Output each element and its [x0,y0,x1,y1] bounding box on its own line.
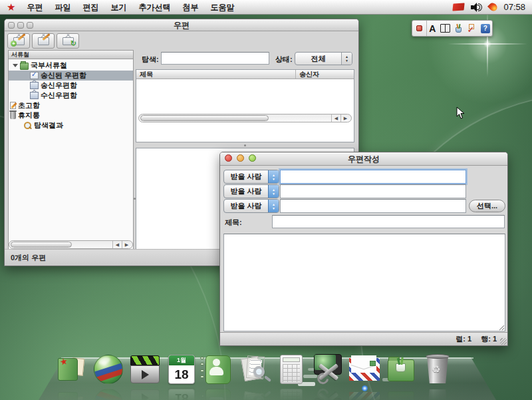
pen-cup-tool-icon[interactable] [454,24,463,33]
clock[interactable]: 07:58 [503,2,525,12]
stamp-tool-icon[interactable]: ✓ [467,24,476,33]
folder-sidebar: 서류철 국부서류철 송신된 우편함 송신우편함 수신우편함 [8,50,134,250]
sidebar-item-trash[interactable]: 휴지통 [9,110,133,120]
tool-palette: A ✓ ? [412,20,493,37]
sidebar-item-outbox[interactable]: 송신우편함 [9,81,133,91]
scrollbar-thumb[interactable] [11,242,72,248]
menu-options[interactable]: 추가선택 [132,0,176,15]
dock-calculator-icon[interactable] [275,353,307,386]
resize-grip[interactable] [500,338,507,345]
menu-mail[interactable]: 우편 [21,0,49,15]
flag-status-icon[interactable] [453,3,465,11]
sidebar-horizontal-scrollbar[interactable]: ◀ ▶ [9,240,133,249]
palette-close-button[interactable] [416,25,422,31]
dock-file-manager-icon[interactable]: ★ [56,353,88,386]
splitter-handle[interactable] [244,144,246,146]
recipient-type-select[interactable]: 받을 사람 ▲▼ [223,199,279,213]
search-icon [23,122,32,129]
subject-input[interactable] [272,215,505,228]
sent-mail-icon [30,72,39,79]
dock-trash-icon[interactable]: ♻ [422,353,454,386]
column-indicator: 렬: 1 [456,334,471,344]
compose-window-titlebar[interactable]: 우편작성 [220,152,507,166]
drafts-icon [10,102,16,109]
message-list: 제목 송신자 [136,69,354,142]
text-tool-icon[interactable]: A [429,23,436,34]
recipient-input-1[interactable] [280,170,466,184]
red-star-menu-icon[interactable]: ★ [7,1,15,13]
dock-address-book-icon[interactable] [202,353,234,386]
dock-system-tools-icon[interactable] [312,353,344,386]
stepper-arrows-icon: ▲▼ [268,170,279,183]
zoom-button[interactable] [27,22,33,29]
scrollbar-thumb[interactable] [140,115,269,121]
compose-window: 우편작성 받을 사람 ▲▼ 받을 사람 ▲▼ 받을 사람 ▲▼ [219,152,508,346]
row-indicator: 행: 1 [481,334,497,344]
plus-icon: + [11,41,17,47]
sidebar-item-inbox[interactable]: 수신우편함 [9,91,133,100]
disclosure-triangle-icon[interactable] [13,64,18,67]
stepper-arrows-icon: ▲▼ [341,53,352,65]
mail-count-text: 0개의 우편 [11,253,46,263]
stepper-arrows-icon: ▲▼ [268,200,279,212]
close-button[interactable] [225,154,232,162]
dock-web-browser-icon[interactable] [92,353,124,386]
menu-view[interactable]: 보기 [104,0,132,15]
compose-statusbar: 렬: 1 행: 1 [220,332,507,345]
compose-window-title: 우편작성 [348,154,380,164]
close-button[interactable] [8,22,15,29]
scroll-right-arrow[interactable]: ▶ [122,241,131,248]
dock-mail-icon[interactable] [348,353,380,386]
splitter-handle[interactable] [134,198,136,200]
sidebar-item-search-results[interactable]: 탐색결과 [9,120,133,130]
compose-mail-button[interactable]: + [7,33,30,49]
inbox-icon [30,92,39,99]
status-filter-select[interactable]: 전체 ▲▼ [295,52,352,65]
recipient-input-2[interactable] [280,184,466,198]
recipient-type-select[interactable]: 받을 사람 ▲▼ [223,184,279,198]
dock-media-player-icon[interactable] [129,353,161,386]
menu-edit[interactable]: 편집 [76,0,104,15]
outbox-icon [30,82,39,89]
columns-tool-icon[interactable] [440,24,450,33]
search-label: 탐색: [142,55,159,65]
sidebar-item-drafts[interactable]: 초고함 [9,100,133,110]
select-recipient-button[interactable]: 선택... [469,200,505,212]
dock: ★ 1월 18 [56,353,454,386]
zoom-button[interactable] [249,154,256,162]
dock-document-viewer-icon[interactable] [239,353,271,386]
edit-mail-button[interactable] [32,33,55,49]
scroll-right-arrow[interactable]: ▶ [340,114,350,122]
dock-calendar-icon[interactable]: 1월 18 [166,353,198,386]
column-header-sender[interactable]: 송신자 [296,70,354,79]
mail-window-titlebar[interactable]: 우편 [5,19,358,31]
scroll-left-arrow[interactable]: ◀ [112,241,122,248]
mail-window-title: 우편 [174,21,190,30]
minimize-button[interactable] [237,154,244,162]
help-tool-icon[interactable]: ? [481,24,490,33]
message-body-textarea[interactable] [223,234,505,331]
check-mail-button[interactable]: ↻ [57,33,79,49]
dock-utilities-icon[interactable] [385,353,417,386]
search-input[interactable] [161,52,269,65]
menu-help[interactable]: 도움말 [204,0,240,15]
speaker-icon[interactable] [471,3,483,12]
menubar: ★ 우편 파일 편집 보기 추가선택 첨부 도움말 07:58 [0,0,532,15]
sidebar-item-sent-mailbox[interactable]: 송신된 우편함 [9,71,133,81]
stepper-arrows-icon: ▲▼ [268,185,279,198]
minimize-button[interactable] [17,22,24,29]
menu-attach[interactable]: 첨부 [176,0,204,15]
status-filter-label: 상태: [275,55,293,65]
subject-label: 제목: [225,218,242,228]
flame-status-icon[interactable] [487,1,499,13]
menu-file[interactable]: 파일 [49,0,76,15]
list-horizontal-scrollbar[interactable]: ◀ ▶ [138,114,352,122]
column-header-subject[interactable]: 제목 [136,70,296,79]
trash-icon [10,112,16,119]
recipient-type-select[interactable]: 받을 사람 ▲▼ [223,170,279,184]
sidebar-item-local-folders[interactable]: 국부서류철 [9,61,133,71]
recipient-input-3[interactable] [280,199,466,213]
scroll-left-arrow[interactable]: ◀ [331,114,340,122]
mouse-cursor [456,106,467,120]
folder-icon [20,63,29,70]
